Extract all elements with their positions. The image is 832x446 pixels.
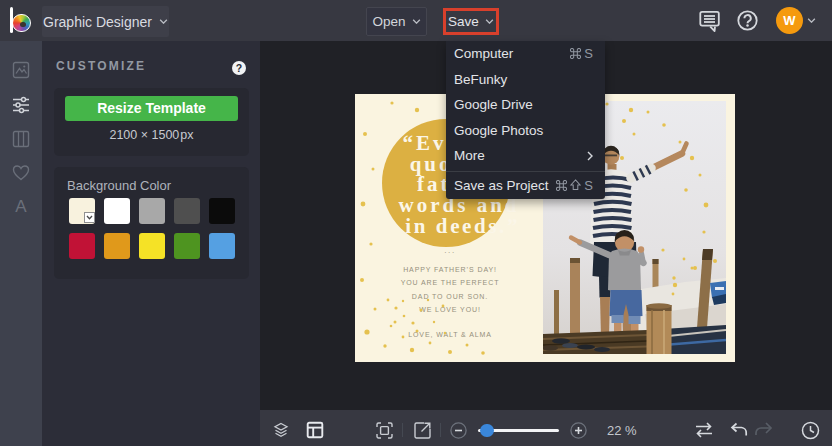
svg-text:in deeds.”: in deeds.” [405,214,520,238]
svg-text:...: ... [444,246,455,255]
svg-text:WE LOVE YOU!: WE LOVE YOU! [419,306,481,313]
svg-text:HAPPY FATHER’S DAY!: HAPPY FATHER’S DAY! [403,266,497,273]
svg-text:YOU ARE THE PERFECT: YOU ARE THE PERFECT [401,279,500,286]
svg-text:DAD TO OUR SON.: DAD TO OUR SON. [412,293,488,300]
svg-text:LOVE, WALT & ALMA: LOVE, WALT & ALMA [408,331,492,338]
